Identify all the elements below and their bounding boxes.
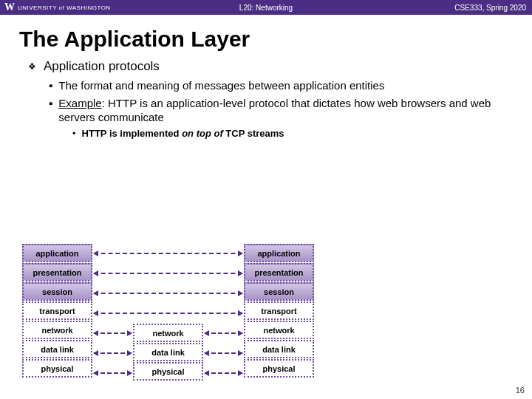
layer-application: application bbox=[22, 244, 92, 262]
layer-datalink: data link bbox=[133, 343, 203, 361]
w-mark: W bbox=[4, 1, 15, 13]
arrow-phy-r bbox=[205, 372, 242, 374]
bullet-text: HTTP is implemented on top of TCP stream… bbox=[82, 128, 284, 139]
arrow-phy-l bbox=[94, 372, 132, 374]
layer-transport: transport bbox=[244, 301, 314, 320]
square-bullet-icon: ▪ bbox=[49, 78, 52, 93]
dot-bullet-icon: • bbox=[72, 128, 76, 139]
bullet-level3: • HTTP is implemented on top of TCP stre… bbox=[72, 128, 510, 139]
layer-transport: transport bbox=[22, 301, 92, 320]
university-name: UNIVERSITY of WASHINGTON bbox=[18, 4, 111, 11]
bullet-text: Application protocols bbox=[44, 59, 160, 74]
arrow-net-r bbox=[205, 332, 242, 334]
slide-number: 16 bbox=[516, 386, 525, 395]
layer-datalink: data link bbox=[22, 340, 92, 358]
arrow-pres bbox=[94, 273, 242, 274]
arrow-trans bbox=[94, 313, 242, 314]
arrow-dl-l bbox=[94, 352, 132, 354]
layer-session: session bbox=[22, 282, 92, 301]
host-stack-left: application presentation session transpo… bbox=[22, 244, 92, 378]
bullet-text: Example: HTTP is an application-level pr… bbox=[58, 96, 510, 125]
course-info: CSE333, Spring 2020 bbox=[454, 4, 526, 12]
uw-logo: W UNIVERSITY of WASHINGTON bbox=[0, 1, 111, 13]
slide-title: The Application Layer bbox=[0, 15, 532, 59]
host-stack-right: application presentation session transpo… bbox=[244, 244, 314, 378]
arrow-app bbox=[94, 253, 242, 254]
text-pre: HTTP is implemented bbox=[82, 128, 183, 139]
layer-datalink: data link bbox=[244, 340, 314, 358]
square-bullet-icon: ▪ bbox=[49, 96, 52, 125]
arrow-sess bbox=[94, 293, 242, 294]
diamond-bullet-icon: ❖ bbox=[28, 59, 36, 74]
arrow-dl-r bbox=[205, 352, 242, 354]
text-italic: on top of bbox=[182, 128, 223, 139]
arrow-net-l bbox=[94, 332, 132, 334]
layer-physical: physical bbox=[133, 362, 203, 381]
layer-network: network bbox=[244, 321, 314, 339]
bullet-level2: ▪ The format and meaning of messages bet… bbox=[49, 78, 510, 93]
layer-network: network bbox=[22, 321, 92, 339]
text-post: TCP streams bbox=[223, 128, 284, 139]
layer-network: network bbox=[133, 324, 203, 342]
layer-physical: physical bbox=[22, 359, 92, 378]
example-label: Example bbox=[58, 97, 101, 109]
bullet-text: The format and meaning of messages betwe… bbox=[58, 78, 384, 93]
layer-session: session bbox=[244, 282, 314, 301]
lecture-title: L20: Networking bbox=[239, 4, 293, 12]
layer-physical: physical bbox=[244, 359, 314, 378]
header-bar: W UNIVERSITY of WASHINGTON L20: Networki… bbox=[0, 0, 532, 15]
layer-presentation: presentation bbox=[244, 263, 314, 282]
bullet-level1: ❖ Application protocols bbox=[28, 59, 510, 74]
layer-application: application bbox=[244, 244, 314, 262]
layer-presentation: presentation bbox=[22, 263, 92, 282]
bullet-level2: ▪ Example: HTTP is an application-level … bbox=[49, 96, 510, 125]
slide-content: ❖ Application protocols ▪ The format and… bbox=[0, 59, 532, 139]
example-text: : HTTP is an application-level protocol … bbox=[58, 97, 491, 124]
router-stack: network data link physical bbox=[133, 324, 203, 381]
